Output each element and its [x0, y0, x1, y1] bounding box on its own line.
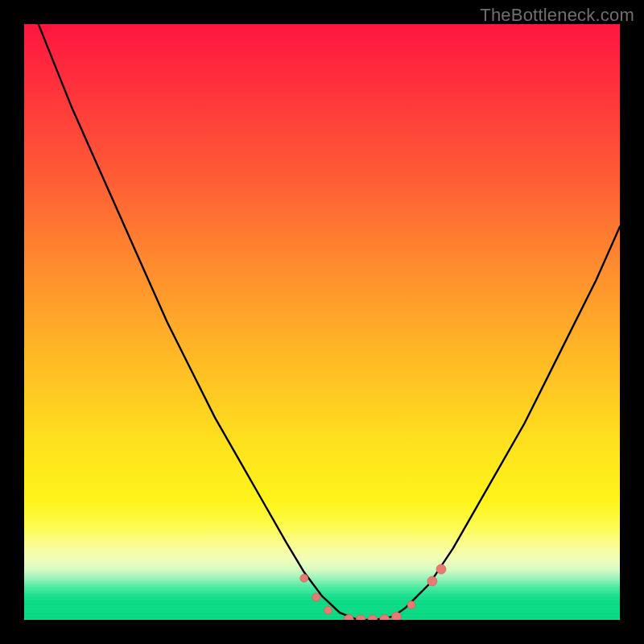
watermark-text: TheBottleneck.com [480, 5, 634, 26]
outer-frame: TheBottleneck.com [0, 0, 644, 644]
curve-marker [427, 576, 437, 586]
plot-area [24, 24, 620, 620]
curve-marker [392, 612, 402, 620]
curve-marker [312, 593, 320, 601]
curve-layer [24, 24, 620, 620]
curve-marker [368, 615, 378, 620]
curve-marker [407, 601, 415, 609]
curve-markers [300, 564, 446, 620]
bottleneck-curve [24, 24, 620, 620]
curve-marker [324, 606, 332, 614]
curve-marker [380, 614, 390, 620]
curve-marker [356, 615, 365, 620]
curve-marker [436, 564, 446, 574]
curve-marker [300, 574, 308, 582]
